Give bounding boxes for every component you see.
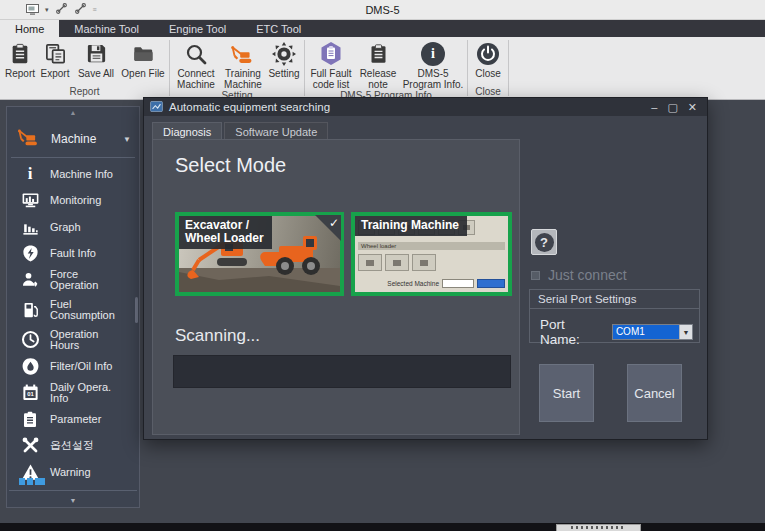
filter-oil-icon [19,357,41,376]
program-info-icon: i [421,39,445,68]
full-fault-code-list-label: Full Fault code list [308,68,354,90]
sidebar-item-fault-info[interactable]: Fault Info [7,241,139,268]
sidebar-scrollbar[interactable] [135,297,138,323]
sidebar-item-operation-hours[interactable]: Operation Hours [7,327,139,354]
training-preview-machine-row-2 [358,254,436,271]
app-window: ▾ ≡ DMS-5 Home Machine Tool Engine Tool … [0,0,765,531]
selected-check-icon: ✓ [329,216,339,230]
machine-excavator-icon [15,126,43,152]
port-name-combobox[interactable]: COM1 ▼ [612,324,693,340]
mode-card-excavator-wheel-loader[interactable]: Excavator / Wheel Loader ✓ [175,212,344,296]
automatic-equipment-searching-dialog: Automatic equipment searching – ▢ ✕ Diag… [143,97,708,440]
export-button[interactable]: Export [38,39,72,79]
training-preview-section-label: Wheel loader [358,242,505,250]
sidebar-item-option-settings[interactable]: 옵션설정 [7,433,139,460]
sidebar-header-label: Machine [51,132,123,146]
taskbar-popup-fragment [556,524,641,531]
sidebar-item-filter-oil-info[interactable]: Filter/Oil Info [7,353,139,380]
report-button[interactable]: Report [3,39,37,79]
save-all-button[interactable]: Save All [73,39,119,79]
connect-machine-label: Connect Machine [173,68,219,90]
fuel-consumption-icon [19,300,41,320]
training-machine-icon [228,39,258,68]
machine-dropdown-caret-icon[interactable]: ▼ [123,135,131,144]
tab-etc-tool[interactable]: ETC Tool [241,20,316,37]
card-title-training: Training Machine [355,216,467,236]
monitoring-icon [19,191,41,210]
release-note-icon [368,39,389,68]
setting-gear-icon [272,39,296,68]
just-connect-checkbox-row[interactable]: Just connect [531,267,627,283]
connect-machine-button[interactable]: Connect Machine [173,39,219,90]
just-connect-label: Just connect [548,267,627,283]
sidebar: ▲ Machine ▼ i Machine Info Monitoring [6,106,140,508]
serial-port-settings-title: Serial Port Settings [530,290,699,309]
ribbon-group-setting: Connect Machine Training Machine Setting… [170,37,304,99]
ribbon-group-program-info: Full Fault code list Release note i DMS-… [305,37,467,99]
parameter-icon [19,410,41,429]
save-all-label: Save All [78,68,114,79]
selected-machine-label: Selected Machine [387,280,439,287]
option-settings-tools-icon [19,436,41,455]
tab-engine-tool[interactable]: Engine Tool [154,20,241,37]
training-machine-button[interactable]: Training Machine [220,39,266,90]
port-name-label: Port Name: [540,317,606,347]
release-note-button[interactable]: Release note [355,39,401,90]
setting-button[interactable]: Setting [267,39,301,79]
sidebar-scroll-up-icon[interactable]: ▲ [7,109,139,116]
sidebar-item-daily-opera-info[interactable]: 01 Daily Opera. Info [7,380,139,407]
svg-text:01: 01 [27,392,34,398]
training-machine-label: Training Machine [220,68,266,90]
start-button[interactable]: Start [539,364,594,422]
selected-machine-field [442,279,474,288]
open-file-label: Open File [121,68,164,79]
sidebar-scroll-down-icon[interactable]: ▼ [7,497,139,504]
fault-info-icon [19,244,41,263]
release-note-label: Release note [355,68,401,90]
select-mode-heading: Select Mode [175,154,286,177]
close-app-button[interactable]: Close [471,39,505,79]
tab-home[interactable]: Home [0,20,59,37]
help-button[interactable]: ? [531,229,557,255]
cancel-button[interactable]: Cancel [627,364,682,422]
dialog-minimize-button[interactable]: – [651,102,657,113]
sidebar-divider [9,490,137,491]
sidebar-machine-header[interactable]: Machine ▼ [7,123,139,155]
full-fault-code-list-icon [319,39,343,68]
operation-hours-icon [19,330,41,349]
sidebar-item-monitoring[interactable]: Monitoring [7,188,139,215]
report-label: Report [5,68,35,79]
question-mark-icon: ? [535,233,554,252]
full-fault-code-list-button[interactable]: Full Fault code list [308,39,354,90]
dialog-title: Automatic equipment searching [169,101,651,113]
ribbon-tab-strip: Home Machine Tool Engine Tool ETC Tool [0,20,765,37]
ribbon-separator [508,40,509,96]
ribbon-group-close: Close Close [468,37,508,99]
machine-info-icon: i [19,166,41,182]
sidebar-item-machine-info[interactable]: i Machine Info [7,161,139,188]
sidebar-item-graph[interactable]: Graph [7,214,139,241]
sidebar-item-fuel-consumption[interactable]: Fuel Consumption [7,294,139,327]
force-operation-icon [19,271,41,290]
program-info-button[interactable]: i DMS-5 Program Info. [402,39,464,90]
mode-card-training-machine[interactable]: Wheel loader Selected Machine Training M… [351,212,512,296]
export-label: Export [41,68,70,79]
ribbon: Report Export Save All [0,37,765,100]
dialog-close-button[interactable]: ✕ [688,102,697,113]
dialog-title-bar[interactable]: Automatic equipment searching – ▢ ✕ [144,98,707,116]
program-info-label: DMS-5 Program Info. [402,68,464,90]
dialog-maximize-button[interactable]: ▢ [667,102,677,113]
tab-machine-tool[interactable]: Machine Tool [59,20,154,37]
diagnosis-tab-panel: Select Mode [152,139,520,435]
combobox-dropdown-icon[interactable]: ▼ [679,325,692,339]
sidebar-partial-item-icon[interactable] [19,478,45,485]
scanning-status: Scanning... [175,326,260,346]
sidebar-item-parameter[interactable]: Parameter [7,406,139,433]
open-file-button[interactable]: Open File [120,39,166,79]
sidebar-item-force-operation[interactable]: Force Operation [7,267,139,294]
daily-opera-icon: 01 [19,383,41,402]
just-connect-checkbox[interactable] [531,271,540,280]
clipped-text-fragment [571,526,626,529]
export-icon [44,39,67,68]
save-all-icon [85,39,108,68]
